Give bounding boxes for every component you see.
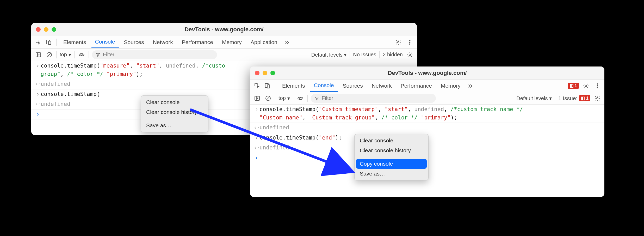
- input-chevron-icon: ›: [254, 134, 259, 142]
- filter-input[interactable]: [322, 95, 388, 101]
- context-selector[interactable]: top ▾: [278, 95, 290, 101]
- svg-point-17: [597, 83, 598, 84]
- tab-memory[interactable]: Memory: [218, 36, 245, 48]
- minimize-window-button[interactable]: [263, 71, 267, 75]
- zoom-window-button[interactable]: [52, 27, 56, 32]
- sidebar-toggle-icon[interactable]: [253, 94, 261, 102]
- issues-link[interactable]: 1 Issue: ◧ 1: [558, 95, 590, 101]
- separator: [555, 95, 555, 102]
- device-toggle-icon[interactable]: [44, 38, 53, 47]
- svg-point-24: [300, 98, 301, 99]
- issues-label[interactable]: No Issues: [353, 52, 376, 58]
- inspect-icon[interactable]: [253, 81, 262, 90]
- tab-network[interactable]: Network: [149, 36, 177, 48]
- filter-input[interactable]: [103, 52, 169, 58]
- filter-input-wrapper: [92, 50, 217, 59]
- sidebar-toggle-icon[interactable]: [34, 51, 42, 59]
- context-selector[interactable]: top ▾: [60, 52, 71, 58]
- live-expression-icon[interactable]: [78, 51, 85, 59]
- tab-console[interactable]: Console: [310, 80, 338, 92]
- settings-icon[interactable]: [394, 38, 403, 47]
- tab-bar: Elements Console Sources Network Perform…: [31, 36, 417, 49]
- separator: [293, 95, 293, 102]
- console-code: console.timeStamp("Custom timestamp", "s…: [259, 105, 601, 122]
- device-toggle-icon[interactable]: [263, 81, 272, 90]
- menu-clear-console[interactable]: Clear console: [141, 97, 208, 107]
- svg-line-23: [267, 97, 270, 100]
- tab-sources[interactable]: Sources: [120, 36, 148, 48]
- svg-point-3: [398, 41, 399, 43]
- console-code: console.timeStamp("end");: [259, 134, 601, 142]
- svg-rect-20: [255, 96, 259, 100]
- console-input-row: › console.timeStamp("Custom timestamp", …: [250, 105, 604, 123]
- log-levels-label: Default levels: [516, 95, 548, 101]
- svg-point-5: [410, 42, 410, 43]
- clear-console-icon[interactable]: [264, 94, 272, 102]
- log-levels-selector[interactable]: Default levels ▾: [516, 95, 552, 101]
- separator: [307, 95, 308, 102]
- tab-console[interactable]: Console: [91, 36, 119, 48]
- traffic-lights: [255, 71, 275, 75]
- chevron-down-icon: ▾: [287, 95, 290, 101]
- devtools-window-right: DevTools - www.google.com/ Elements Cons…: [250, 66, 604, 197]
- result-value: undefined: [259, 124, 601, 132]
- svg-rect-15: [267, 85, 270, 88]
- issue-badge: ◧ 1: [579, 95, 590, 101]
- separator: [74, 51, 75, 58]
- close-window-button[interactable]: [36, 27, 41, 32]
- live-expression-icon[interactable]: [296, 94, 304, 102]
- minimize-window-button[interactable]: [44, 27, 48, 32]
- settings-icon[interactable]: [581, 81, 590, 90]
- clear-console-icon[interactable]: [45, 51, 53, 59]
- result-chevron-icon: ‹·: [35, 100, 41, 108]
- tab-bar: Elements Console Sources Network Perform…: [250, 80, 604, 92]
- svg-point-11: [81, 54, 82, 56]
- hidden-label[interactable]: 2 hidden: [383, 52, 403, 58]
- menu-copy-console[interactable]: Copy console: [356, 159, 427, 169]
- more-tabs-icon[interactable]: [282, 38, 291, 47]
- context-label: top: [278, 95, 286, 101]
- tab-elements[interactable]: Elements: [60, 36, 90, 48]
- kebab-menu-icon[interactable]: [593, 81, 602, 90]
- separator: [89, 51, 89, 58]
- menu-clear-history[interactable]: Clear console history: [141, 107, 208, 117]
- separator: [350, 51, 350, 58]
- menu-clear-history[interactable]: Clear console history: [355, 146, 428, 155]
- window-title: DevTools - www.google.com/: [31, 26, 417, 33]
- more-tabs-icon[interactable]: [466, 81, 475, 90]
- zoom-window-button[interactable]: [270, 71, 275, 75]
- kebab-menu-icon[interactable]: [405, 38, 414, 47]
- filter-icon: [96, 52, 100, 57]
- titlebar: DevTools - www.google.com/: [250, 66, 604, 80]
- menu-separator: [355, 157, 428, 157]
- tab-sources[interactable]: Sources: [339, 80, 367, 92]
- console-settings-icon[interactable]: [406, 51, 414, 59]
- result-value: undefined: [259, 144, 601, 152]
- console-settings-icon[interactable]: [593, 94, 601, 102]
- menu-save-as[interactable]: Save as…: [355, 169, 428, 179]
- close-window-button[interactable]: [255, 71, 259, 75]
- separator: [275, 95, 275, 102]
- svg-point-16: [585, 85, 587, 87]
- inspect-icon[interactable]: [34, 38, 43, 47]
- issues-label: 1 Issue:: [558, 95, 578, 101]
- log-levels-selector[interactable]: Default levels ▾: [311, 52, 347, 58]
- result-chevron-icon: ‹·: [254, 144, 259, 152]
- titlebar: DevTools - www.google.com/: [31, 23, 417, 36]
- tab-application[interactable]: Application: [247, 36, 281, 48]
- tab-memory[interactable]: Memory: [437, 80, 464, 92]
- chevron-down-icon: ▾: [69, 52, 71, 58]
- context-menu: Clear console Clear console history Save…: [141, 95, 208, 132]
- error-badge[interactable]: ◧ 1: [568, 83, 579, 89]
- tab-performance[interactable]: Performance: [178, 36, 217, 48]
- separator: [56, 51, 57, 58]
- tab-performance[interactable]: Performance: [397, 80, 436, 92]
- tab-elements[interactable]: Elements: [278, 80, 309, 92]
- menu-clear-console[interactable]: Clear console: [355, 136, 428, 146]
- result-chevron-icon: ‹·: [35, 80, 41, 88]
- tab-network[interactable]: Network: [368, 80, 395, 92]
- svg-rect-2: [48, 41, 51, 45]
- menu-save-as[interactable]: Save as…: [141, 120, 208, 130]
- error-count: 1: [575, 83, 577, 88]
- console-toolbar: top ▾ Default levels ▾ 1 Issue: ◧ 1: [250, 92, 604, 105]
